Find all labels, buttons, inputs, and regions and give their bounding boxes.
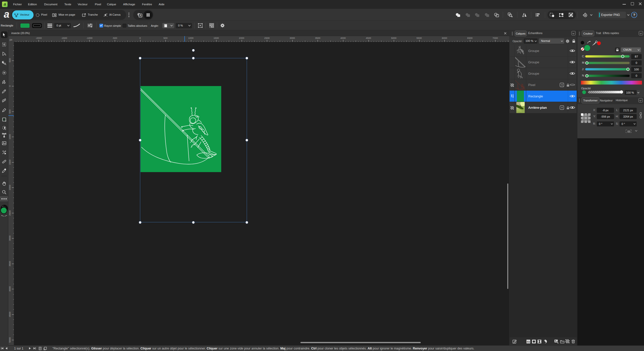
svg-text:?: ? <box>633 13 635 17</box>
svg-text:A: A <box>139 14 141 17</box>
svg-text:FX: FX <box>527 340 530 343</box>
